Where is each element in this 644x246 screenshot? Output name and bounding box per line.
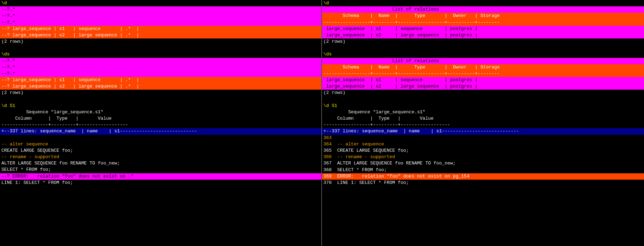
line-11: -----------------+--------+-------------… bbox=[322, 71, 644, 77]
line-23: 365 CREATE LARGE SEQUENCE foo; bbox=[322, 148, 644, 154]
left-pane: \d--?.*--?.*--?.*--? large_sequence | s1… bbox=[0, 0, 322, 246]
right-terminal: \d List of relations Schema | Name | Typ… bbox=[322, 0, 644, 246]
line-4: --? large_sequence | s1 | sequence | .* … bbox=[0, 26, 321, 32]
line-19: -----------------+---------+------------… bbox=[322, 122, 644, 128]
line-7 bbox=[0, 45, 321, 51]
line-18: Column | Type | Value bbox=[0, 115, 321, 122]
line-16: \d S1 bbox=[0, 103, 321, 109]
line-7 bbox=[322, 45, 644, 51]
line-6: (2 rows) bbox=[322, 38, 644, 45]
line-13: --? large_sequence | s2 | large sequence… bbox=[0, 83, 321, 90]
line-27: --? ERROR: relation "foo" does not exist… bbox=[0, 173, 321, 180]
line-20: +--337 lines: sequence_name | name | s1-… bbox=[322, 128, 644, 134]
line-4: large_sequence | s1 | sequence | postgre… bbox=[322, 26, 644, 32]
line-26: 368 SELECT * FROM foo; bbox=[322, 167, 644, 173]
line-28: LINE 1: SELECT * FROM foo; bbox=[0, 180, 321, 186]
right-pane: \d List of relations Schema | Name | Typ… bbox=[322, 0, 644, 246]
line-26: SELECT * FROM foo; bbox=[0, 167, 321, 173]
line-14: (2 rows) bbox=[322, 90, 644, 96]
line-5: --? large_sequence | s2 | large sequence… bbox=[0, 32, 321, 38]
line-9: List of relations bbox=[322, 58, 644, 64]
line-27: 369 ERROR: relation "foo" does not exist… bbox=[322, 173, 644, 180]
line-2: --?.* bbox=[0, 13, 321, 19]
line-17: Sequence "large_sequence.s1" bbox=[0, 109, 321, 115]
line-10: Schema | Name | Type | Owner | Storage bbox=[322, 64, 644, 71]
line-5: large_sequence | s2 | large sequence | p… bbox=[322, 32, 644, 38]
line-21 bbox=[0, 135, 321, 141]
line-24: -- rename - supported bbox=[0, 154, 321, 160]
line-8: \ds bbox=[0, 51, 321, 58]
line-16: \d S1 bbox=[322, 103, 644, 109]
line-15 bbox=[322, 96, 644, 103]
line-8: \ds bbox=[322, 51, 644, 58]
line-13: large_sequence | s2 | large sequence | p… bbox=[322, 83, 644, 90]
line-15 bbox=[0, 96, 321, 103]
line-11: --?.* bbox=[0, 71, 321, 77]
line-22: 364 -- alter sequence bbox=[322, 141, 644, 148]
line-21: 363 bbox=[322, 135, 644, 141]
line-12: --? large_sequence | s1 | sequence | .* … bbox=[0, 77, 321, 83]
line-2: Schema | Name | Type | Owner | Storage bbox=[322, 13, 644, 19]
line-18: Column | Type | Value bbox=[322, 115, 644, 122]
line-14: (2 rows) bbox=[0, 90, 321, 96]
line-3: -----------------+--------+-------------… bbox=[322, 19, 644, 26]
line-9: --?.* bbox=[0, 58, 321, 64]
line-10: --?.* bbox=[0, 64, 321, 71]
line-17: Sequence "large_sequence.s1" bbox=[322, 109, 644, 115]
line-6: (2 rows) bbox=[0, 38, 321, 45]
line-23: CREATE LARGE SEQUENCE foo; bbox=[0, 148, 321, 154]
line-20: +--337 lines: sequence_name | name | s1-… bbox=[0, 128, 321, 134]
line-1: --?.* bbox=[0, 6, 321, 13]
line-22: -- alter sequence bbox=[0, 141, 321, 148]
line-25: ALTER LARGE SEQUENCE foo RENAME TO foo_n… bbox=[0, 160, 321, 167]
line-0: \d bbox=[0, 0, 321, 6]
line-25: 367 ALTER LARGE SEQUENCE foo RENAME TO f… bbox=[322, 160, 644, 167]
line-3: --?.* bbox=[0, 19, 321, 26]
line-28: 370 LINE 1: SELECT * FROM foo; bbox=[322, 180, 644, 186]
line-12: large_sequence | s1 | sequence | postgre… bbox=[322, 77, 644, 83]
line-1: List of relations bbox=[322, 6, 644, 13]
line-19: -----------------+---------+------------… bbox=[0, 122, 321, 128]
left-terminal: \d--?.*--?.*--?.*--? large_sequence | s1… bbox=[0, 0, 321, 246]
line-24: 366 -- rename - supported bbox=[322, 154, 644, 160]
line-0: \d bbox=[322, 0, 644, 6]
